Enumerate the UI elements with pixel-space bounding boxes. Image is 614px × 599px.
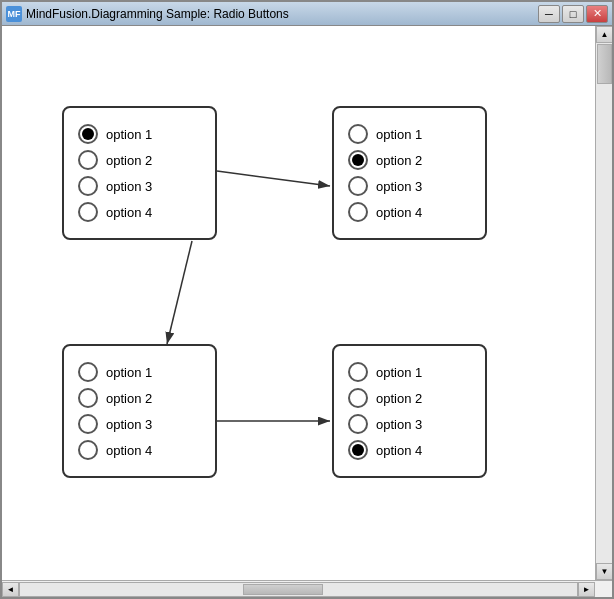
option-label: option 1 <box>376 127 422 142</box>
scroll-down-button[interactable]: ▼ <box>596 563 612 580</box>
radio-option-2[interactable] <box>78 150 98 170</box>
list-item: option 2 <box>78 388 201 408</box>
window-title: MindFusion.Diagramming Sample: Radio But… <box>26 7 538 21</box>
vertical-scrollbar[interactable]: ▲ ▼ <box>595 26 612 580</box>
list-item: option 3 <box>78 176 201 196</box>
scrollbar-track <box>596 43 612 563</box>
option-label: option 2 <box>106 153 152 168</box>
card-top-left: option 1 option 2 option 3 option 4 <box>62 106 217 240</box>
list-item: option 4 <box>348 440 471 460</box>
option-label: option 1 <box>376 365 422 380</box>
radio-option-4[interactable] <box>78 440 98 460</box>
card-bottom-right: option 1 option 2 option 3 option 4 <box>332 344 487 478</box>
list-item: option 3 <box>348 176 471 196</box>
option-label: option 2 <box>376 153 422 168</box>
option-label: option 4 <box>106 205 152 220</box>
list-item: option 2 <box>78 150 201 170</box>
option-label: option 3 <box>376 179 422 194</box>
list-item: option 2 <box>348 150 471 170</box>
list-item: option 4 <box>78 202 201 222</box>
list-item: option 1 <box>348 124 471 144</box>
radio-option-3[interactable] <box>78 176 98 196</box>
option-label: option 3 <box>106 179 152 194</box>
option-label: option 3 <box>376 417 422 432</box>
close-button[interactable]: ✕ <box>586 5 608 23</box>
radio-option-4[interactable] <box>78 202 98 222</box>
list-item: option 3 <box>78 414 201 434</box>
option-label: option 1 <box>106 127 152 142</box>
main-window: MF MindFusion.Diagramming Sample: Radio … <box>0 0 614 599</box>
scroll-up-button[interactable]: ▲ <box>596 26 612 43</box>
radio-option-1[interactable] <box>348 124 368 144</box>
radio-option-1[interactable] <box>78 362 98 382</box>
radio-option-2[interactable] <box>348 388 368 408</box>
title-bar: MF MindFusion.Diagramming Sample: Radio … <box>2 2 612 26</box>
hscrollbar-thumb[interactable] <box>243 584 323 595</box>
option-label: option 4 <box>376 205 422 220</box>
option-label: option 4 <box>376 443 422 458</box>
list-item: option 2 <box>348 388 471 408</box>
radio-option-4[interactable] <box>348 202 368 222</box>
option-label: option 2 <box>106 391 152 406</box>
app-icon: MF <box>6 6 22 22</box>
list-item: option 1 <box>78 124 201 144</box>
radio-option-4-selected[interactable] <box>348 440 368 460</box>
maximize-button[interactable]: □ <box>562 5 584 23</box>
scrollbar-thumb[interactable] <box>597 44 612 84</box>
minimize-button[interactable]: ─ <box>538 5 560 23</box>
svg-line-2 <box>167 241 192 344</box>
option-label: option 1 <box>106 365 152 380</box>
radio-option-1[interactable] <box>348 362 368 382</box>
list-item: option 1 <box>348 362 471 382</box>
content-area: option 1 option 2 option 3 option 4 <box>2 26 612 580</box>
option-label: option 3 <box>106 417 152 432</box>
list-item: option 1 <box>78 362 201 382</box>
svg-line-1 <box>217 171 330 186</box>
radio-option-1-selected[interactable] <box>78 124 98 144</box>
radio-option-3[interactable] <box>348 414 368 434</box>
list-item: option 3 <box>348 414 471 434</box>
hscrollbar-track <box>19 582 578 597</box>
option-label: option 2 <box>376 391 422 406</box>
bottom-bar: ◄ ► <box>2 580 612 597</box>
radio-option-2-selected[interactable] <box>348 150 368 170</box>
window-controls: ─ □ ✕ <box>538 5 608 23</box>
radio-option-3[interactable] <box>348 176 368 196</box>
list-item: option 4 <box>78 440 201 460</box>
option-label: option 4 <box>106 443 152 458</box>
scroll-right-button[interactable]: ► <box>578 582 595 597</box>
main-canvas: option 1 option 2 option 3 option 4 <box>2 26 595 580</box>
card-top-right: option 1 option 2 option 3 option 4 <box>332 106 487 240</box>
list-item: option 4 <box>348 202 471 222</box>
radio-option-3[interactable] <box>78 414 98 434</box>
radio-option-2[interactable] <box>78 388 98 408</box>
card-bottom-left: option 1 option 2 option 3 option 4 <box>62 344 217 478</box>
scroll-left-button[interactable]: ◄ <box>2 582 19 597</box>
